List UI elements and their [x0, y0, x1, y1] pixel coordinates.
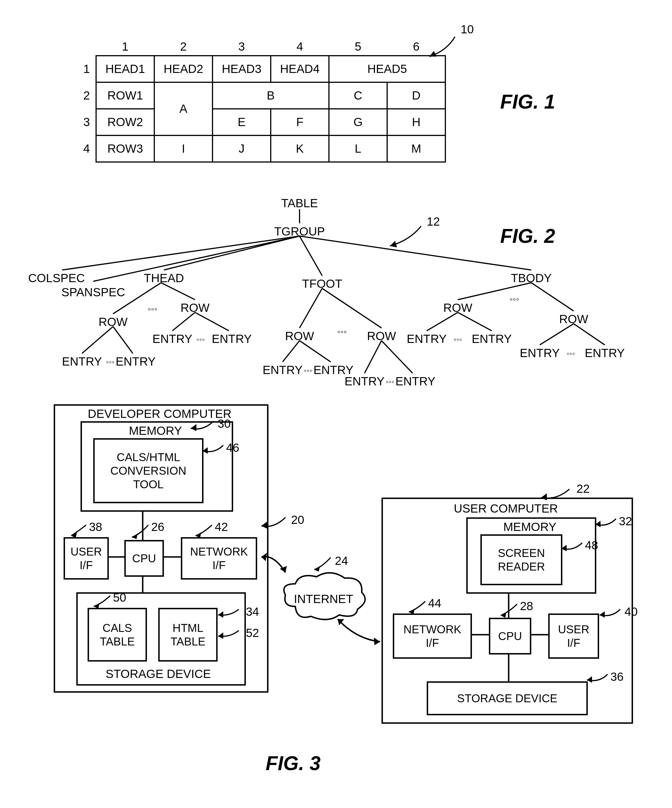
- cell-c: C: [329, 82, 387, 109]
- svg-line-18: [458, 283, 531, 300]
- arrow-44: [405, 598, 431, 615]
- row-num-1: 1: [71, 56, 96, 82]
- svg-line-14: [283, 341, 300, 362]
- col-num-1: 1: [96, 38, 154, 56]
- arrow-52: [215, 626, 243, 643]
- dots: ◦◦◦: [197, 335, 205, 344]
- ref-24: 24: [335, 554, 348, 568]
- node-tbody: TBODY: [511, 271, 552, 285]
- internet-label: INTERNET: [294, 592, 353, 606]
- cell-a: A: [154, 82, 212, 135]
- arrow-48: [558, 539, 586, 556]
- internet-user-link: [333, 611, 384, 650]
- fig1-caption: FIG. 1: [500, 90, 555, 113]
- node-entry: ENTRY: [407, 332, 447, 346]
- node-entry: ENTRY: [152, 332, 192, 346]
- dots: ◦◦◦: [106, 357, 115, 367]
- ref-42: 42: [215, 520, 228, 534]
- cell-h: H: [387, 109, 445, 135]
- cell-g: G: [329, 109, 387, 135]
- svg-line-19: [531, 283, 574, 311]
- ref-arrow-12: [373, 218, 430, 252]
- cell-head5: HEAD5: [329, 56, 445, 82]
- cell-e: E: [212, 109, 271, 135]
- node-entry: ENTRY: [472, 332, 512, 346]
- cell-j: J: [212, 135, 271, 162]
- ref-52: 52: [246, 626, 259, 640]
- arrow-26: [128, 522, 154, 541]
- node-row: ROW: [444, 301, 472, 315]
- svg-line-11: [195, 312, 229, 331]
- cell-k: K: [271, 135, 329, 162]
- node-row: ROW: [285, 329, 314, 343]
- node-colspec: COLSPEC: [28, 271, 85, 285]
- cell-head3: HEAD3: [212, 56, 271, 82]
- node-tgroup: TGROUP: [274, 225, 325, 238]
- ref-32: 32: [619, 514, 632, 528]
- dev-internet-link: [257, 548, 291, 585]
- ref-26: 26: [151, 520, 165, 534]
- fig3-caption: FIG. 3: [266, 752, 320, 775]
- cell-l: L: [329, 135, 387, 162]
- node-row: ROW: [180, 301, 210, 315]
- ref-46: 46: [226, 441, 239, 455]
- row-num-4: 4: [71, 135, 96, 162]
- node-entry: ENTRY: [62, 355, 102, 368]
- cell-row1: ROW1: [96, 82, 154, 109]
- dots: ◦◦◦: [148, 304, 157, 314]
- node-table: TABLE: [281, 197, 318, 210]
- svg-line-12: [300, 288, 322, 328]
- arrow-40: [596, 605, 625, 622]
- col-num-4: 4: [271, 38, 329, 56]
- row-num-3: 3: [71, 109, 96, 135]
- arrow-36: [584, 670, 612, 687]
- ref-48: 48: [585, 539, 598, 552]
- node-tfoot: TFOOT: [302, 277, 342, 290]
- node-spanspec: SPANSPEC: [61, 285, 125, 299]
- arrow-28: [497, 601, 523, 619]
- cell-head4: HEAD4: [271, 56, 329, 82]
- node-entry: ENTRY: [585, 346, 625, 360]
- ref-34: 34: [246, 605, 259, 619]
- node-entry: ENTRY: [262, 363, 303, 377]
- node-entry: ENTRY: [395, 375, 435, 388]
- cell-d: D: [387, 82, 445, 109]
- arrow-30: [187, 416, 220, 436]
- cals-table: 1 2 3 4 5 6 1 HEAD1 HEAD2 HEAD3 HEAD4 HE…: [71, 38, 446, 162]
- svg-line-10: [172, 312, 195, 331]
- col-num-5: 5: [329, 38, 387, 56]
- node-thead: THEAD: [144, 271, 184, 285]
- fig2-caption: FIG. 2: [500, 225, 555, 247]
- cell-row2: ROW2: [96, 109, 154, 135]
- node-entry: ENTRY: [345, 375, 385, 388]
- arrow-22: [537, 483, 577, 506]
- dots: ◦◦◦: [337, 327, 347, 337]
- ref-40: 40: [625, 605, 638, 619]
- dots: ◦◦◦: [386, 377, 394, 386]
- svg-line-15: [300, 341, 331, 362]
- cell-f: F: [271, 109, 329, 135]
- cell-m: M: [387, 135, 445, 162]
- svg-line-16: [365, 341, 382, 373]
- node-row: ROW: [559, 312, 589, 326]
- arrow-32: [592, 514, 620, 531]
- svg-line-2: [93, 236, 300, 281]
- dots: ◦◦◦: [454, 335, 462, 344]
- arrow-24: [311, 554, 336, 574]
- arrow-34: [215, 605, 243, 622]
- dots: ◦◦◦: [304, 366, 312, 375]
- node-entry: ENTRY: [212, 332, 252, 346]
- arrow-50: [90, 592, 116, 609]
- svg-line-1: [62, 236, 300, 270]
- ref-36: 36: [610, 670, 624, 684]
- arrow-42: [192, 522, 218, 539]
- ref-50: 50: [113, 591, 126, 604]
- ref-20: 20: [291, 513, 304, 527]
- ref-10: 10: [460, 23, 474, 36]
- ref-12: 12: [427, 215, 440, 229]
- col-num-2: 2: [154, 38, 212, 56]
- cell-head1: HEAD1: [96, 56, 154, 82]
- cell-b: B: [212, 82, 329, 109]
- node-row: ROW: [367, 329, 396, 343]
- svg-line-23: [574, 324, 605, 345]
